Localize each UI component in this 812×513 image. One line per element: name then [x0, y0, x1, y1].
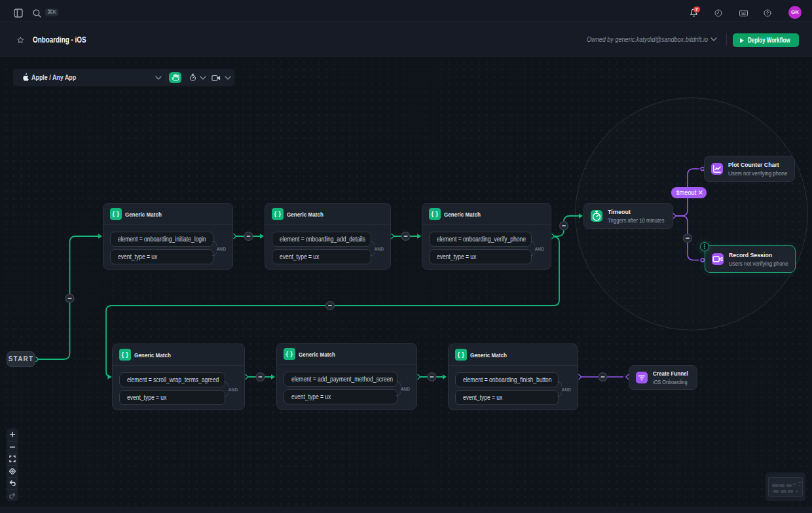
svg-text:AND: AND	[374, 247, 384, 251]
svg-text:AND: AND	[228, 387, 238, 392]
svg-text:AND: AND	[216, 247, 226, 251]
svg-text:AND: AND	[534, 247, 544, 251]
svg-text:AND: AND	[400, 387, 410, 391]
svg-text:AND: AND	[561, 387, 571, 392]
